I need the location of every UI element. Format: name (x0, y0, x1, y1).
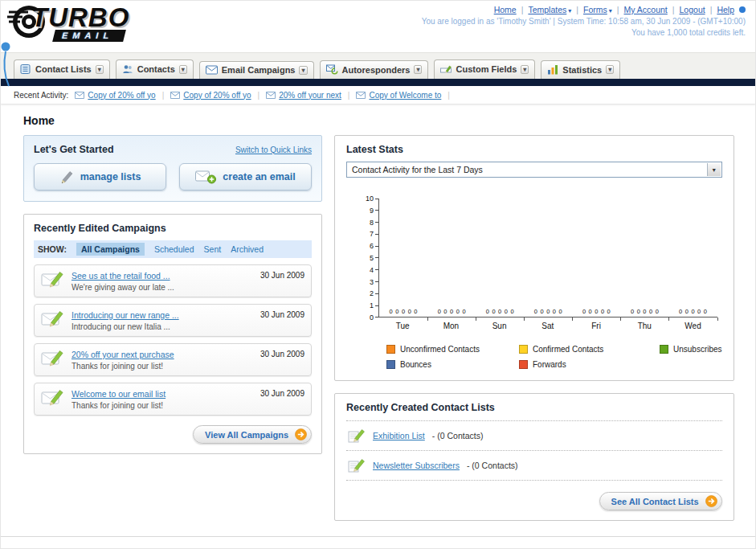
bar-value-label: 0 (685, 308, 689, 315)
top-nav-forms[interactable]: Forms▾ (583, 5, 612, 14)
header: TURBO EMAIL Home|Templates▾|Forms▾|My Ac… (1, 1, 755, 52)
tab-label-statistics: Statistics (562, 65, 602, 75)
campaign-list: See us at the retail food ...We're givin… (34, 264, 312, 416)
campaign-text: Welcome to our email listThanks for join… (72, 387, 254, 410)
contact-list-count: - (0 Contacts) (432, 431, 484, 440)
top-nav-templates[interactable]: Templates▾ (528, 5, 571, 14)
bar-value-label: 0 (607, 308, 611, 315)
top-nav-my-account[interactable]: My Account (624, 5, 668, 14)
notification-dot (739, 6, 746, 13)
bar-value-label: 0 (649, 308, 652, 315)
campaign-title-link[interactable]: Introducing our new range ... (72, 310, 254, 320)
left-column: Let's Get Started Switch to Quick Links (23, 135, 322, 454)
tab-statistics[interactable]: Statistics▾ (541, 60, 620, 79)
page-title: Home (23, 114, 731, 127)
recent-activity-item[interactable]: Copy of 20% off yo (170, 91, 251, 100)
contact-activity-chart: 109876543210 000000000000000000000000000… (362, 199, 717, 330)
tab-email-campaigns[interactable]: Email Campaigns▾ (199, 61, 314, 79)
legend-swatch (386, 360, 395, 369)
bar-value-label: 0 (559, 308, 562, 315)
switch-quick-links-link[interactable]: Switch to Quick Links (235, 145, 312, 154)
top-nav-home[interactable]: Home (494, 5, 517, 14)
chart-bar-group: 00000 (427, 199, 476, 317)
x-axis-label: Sun (475, 322, 523, 330)
manage-lists-button[interactable]: manage lists (34, 163, 166, 191)
see-all-contact-lists-button[interactable]: See All Contact Lists (599, 492, 722, 510)
campaign-list-item[interactable]: 20% off your next purchaseThanks for joi… (34, 343, 312, 376)
filter-sent[interactable]: Sent (204, 244, 222, 254)
recent-activity-link[interactable]: Copy of 20% off yo (88, 91, 155, 100)
bar-value-label: 0 (534, 308, 537, 315)
chart-bar-group: 00000 (668, 199, 717, 317)
contact-list-items: Exhibition List - (0 Contacts)Newsletter… (346, 420, 722, 481)
create-email-button[interactable]: create an email (179, 163, 312, 191)
credits-status-text: You have 1,000 total credits left. (422, 28, 746, 37)
bar-value-label: 0 (553, 308, 556, 315)
top-nav-logout[interactable]: Logout (680, 5, 705, 14)
campaigns-filter-bar: SHOW: All CampaignsScheduledSentArchived (34, 240, 312, 258)
filter-archived[interactable]: Archived (231, 244, 264, 254)
legend-label: Bounces (400, 360, 431, 369)
contact-list-link[interactable]: Exhibition List (373, 431, 425, 440)
recent-activity-item[interactable]: Copy of 20% off yo (75, 91, 155, 100)
campaign-subtitle: Thanks for joining our list! (72, 401, 254, 410)
stats-period-value: Contact Activity for the Last 7 Days (352, 165, 483, 174)
chart-plot-area: 00000000000000000000000000000000000 (378, 199, 717, 318)
campaign-date: 30 Jun 2009 (260, 348, 304, 358)
view-all-campaigns-button[interactable]: View All Campaigns (193, 425, 312, 444)
contact-list-item[interactable]: Newsletter Subscribers - (0 Contacts) (346, 450, 722, 480)
filter-all-campaigns[interactable]: All Campaigns (76, 243, 145, 256)
campaign-subtitle: Introducing our new Italia ... (72, 322, 254, 331)
list-pencil-icon (348, 428, 366, 444)
chart-x-axis-labels: TueMonSunSatFriThuWed (378, 322, 717, 330)
recent-activity-item[interactable]: Copy of Welcome to (356, 91, 441, 100)
recent-activity-link[interactable]: 20% off your next (279, 91, 341, 100)
campaign-filters: All CampaignsScheduledSentArchived (76, 243, 264, 256)
chart-bar-group: 00000 (524, 199, 572, 317)
autoresponders-icon (326, 64, 338, 75)
campaign-title-link[interactable]: Welcome to our email list (72, 389, 254, 399)
manage-lists-label: manage lists (80, 171, 141, 182)
recent-activity-link[interactable]: Copy of Welcome to (369, 91, 441, 100)
top-nav-help[interactable]: Help (717, 5, 734, 14)
x-axis-label: Tue (378, 322, 427, 330)
bar-value-label: 0 (414, 308, 417, 315)
app-logo[interactable]: TURBO EMAIL (7, 3, 129, 43)
contact-list-link[interactable]: Newsletter Subscribers (373, 461, 460, 470)
custom-fields-icon (440, 64, 452, 75)
bar-value-label: 0 (402, 308, 405, 315)
campaign-date: 30 Jun 2009 (260, 269, 304, 280)
campaign-title-link[interactable]: 20% off your next purchase (72, 350, 254, 359)
main-content: Home Let's Get Started Switch to Quick L… (1, 104, 755, 521)
bar-value-label: 0 (582, 308, 586, 315)
envelope-icon (75, 92, 84, 99)
campaign-list-item[interactable]: See us at the retail food ...We're givin… (34, 264, 312, 297)
tab-autoresponders[interactable]: Autoresponders▾ (320, 60, 429, 79)
bar-value-label: 0 (395, 308, 398, 315)
statistics-icon (547, 64, 558, 75)
recent-activity-link[interactable]: Copy of 20% off yo (183, 91, 251, 100)
recent-activity-item[interactable]: 20% off your next (266, 91, 341, 100)
legend-swatch (519, 345, 528, 354)
bar-value-label: 0 (510, 308, 513, 315)
legend-item-forwards: Forwards (519, 360, 660, 369)
footer-divider (1, 536, 755, 537)
tab-custom-fields[interactable]: Custom Fields▾ (434, 59, 535, 79)
contact-list-item[interactable]: Exhibition List - (0 Contacts) (346, 420, 722, 450)
see-all-contact-lists-label: See All Contact Lists (611, 497, 699, 506)
nav-divider-bar (1, 79, 755, 86)
stats-period-select[interactable]: Contact Activity for the Last 7 Days ▼ (346, 162, 722, 178)
x-axis-label: Thu (620, 322, 668, 330)
tab-contacts[interactable]: Contacts▾ (116, 59, 194, 79)
activity-separator: | (162, 91, 165, 100)
bar-value-label: 0 (456, 308, 460, 315)
pencil-icon (59, 170, 74, 184)
campaign-list-item[interactable]: Introducing our new range ...Introducing… (34, 304, 312, 337)
chart-legend: Unconfirmed ContactsConfirmed ContactsUn… (386, 345, 722, 369)
arrow-circle-icon (705, 495, 717, 507)
campaign-list-item[interactable]: Welcome to our email listThanks for join… (34, 383, 312, 416)
filter-scheduled[interactable]: Scheduled (154, 244, 194, 254)
campaign-subtitle: We're giving away our late ... (72, 283, 254, 292)
tab-contact-lists[interactable]: Contact Lists▾ (14, 59, 110, 79)
campaign-title-link[interactable]: See us at the retail food ... (72, 271, 254, 281)
